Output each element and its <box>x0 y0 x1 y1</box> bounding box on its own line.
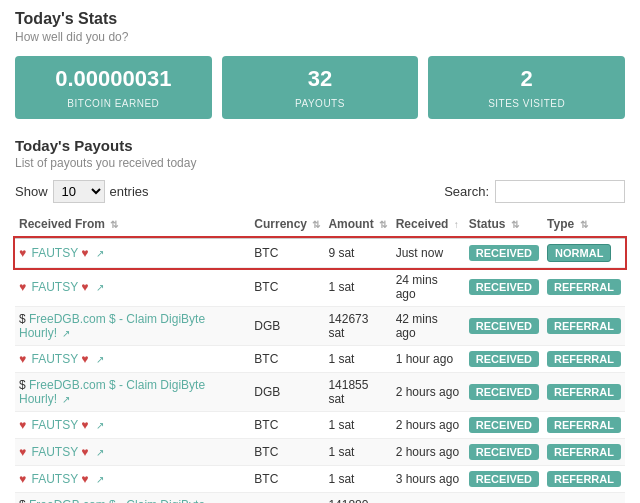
table-row: $ FreeDGB.com $ - Claim DigiByte Hourly!… <box>15 373 625 412</box>
sort-icon-status: ⇅ <box>511 219 519 230</box>
cell-status: RECEIVED <box>465 412 543 439</box>
show-label: Show <box>15 184 48 199</box>
cell-type: REFERRAL <box>543 412 625 439</box>
cell-amount: 1 sat <box>324 268 391 307</box>
external-link-icon: ↗ <box>96 447 104 458</box>
from-link[interactable]: FAUTSY <box>31 246 77 260</box>
heart-icon: ♥ <box>19 352 26 366</box>
cell-from: ♥ FAUTSY ♥ ↗ <box>15 346 250 373</box>
cell-currency: BTC <box>250 346 324 373</box>
cell-amount: 9 sat <box>324 238 391 268</box>
sort-icon-currency: ⇅ <box>312 219 320 230</box>
cell-currency: BTC <box>250 466 324 493</box>
cell-status: RECEIVED <box>465 373 543 412</box>
from-link[interactable]: FAUTSY <box>31 445 77 459</box>
cell-status: RECEIVED <box>465 493 543 504</box>
payouts-section-subtitle: List of payouts you received today <box>15 156 625 170</box>
col-received: Received ↑ <box>392 211 465 238</box>
table-row: ♥ FAUTSY ♥ ↗ BTC 1 sat 2 hours ago RECEI… <box>15 412 625 439</box>
entries-select[interactable]: 10 25 50 100 <box>53 180 105 203</box>
status-badge: RECEIVED <box>469 444 539 460</box>
cell-from: ♥ FAUTSY ♥ ↗ <box>15 466 250 493</box>
table-row: ♥ FAUTSY ♥ ↗ BTC 1 sat 24 mins ago RECEI… <box>15 268 625 307</box>
status-badge: RECEIVED <box>469 245 539 261</box>
sort-icon-received: ↑ <box>454 219 459 230</box>
cell-currency: BTC <box>250 238 324 268</box>
heart-icon: ♥ <box>81 280 88 294</box>
stat-card-payouts: 32 PAYOUTS <box>222 56 419 119</box>
cell-type: REFERRAL <box>543 307 625 346</box>
cell-status: RECEIVED <box>465 307 543 346</box>
cell-type: REFERRAL <box>543 346 625 373</box>
cell-received: 2 hours ago <box>392 373 465 412</box>
status-badge: RECEIVED <box>469 279 539 295</box>
cell-type: NORMAL <box>543 238 625 268</box>
cell-currency: DGB <box>250 373 324 412</box>
cell-currency: DGB <box>250 493 324 504</box>
from-link[interactable]: FAUTSY <box>31 418 77 432</box>
sort-icon-type: ⇅ <box>580 219 588 230</box>
table-row: ♥ FAUTSY ♥ ↗ BTC 1 sat 1 hour ago RECEIV… <box>15 346 625 373</box>
external-link-icon: ↗ <box>96 248 104 259</box>
heart-icon: ♥ <box>81 246 88 260</box>
type-badge: REFERRAL <box>547 279 621 295</box>
type-badge: REFERRAL <box>547 444 621 460</box>
from-link[interactable]: FAUTSY <box>31 280 77 294</box>
col-status: Status ⇅ <box>465 211 543 238</box>
external-link-icon: ↗ <box>62 394 70 405</box>
table-row: ♥ FAUTSY ♥ ↗ BTC 9 sat Just now RECEIVED… <box>15 238 625 268</box>
cell-received: 3 hours ago <box>392 466 465 493</box>
from-link[interactable]: FreeDGB.com $ - Claim DigiByte Hourly! <box>19 378 205 406</box>
stats-row: 0.00000031 BITCOIN EARNED 32 PAYOUTS 2 S… <box>15 56 625 119</box>
table-header-row: Received From ⇅ Currency ⇅ Amount ⇅ Rece… <box>15 211 625 238</box>
page-subtitle: How well did you do? <box>15 30 625 44</box>
cell-from: ♥ FAUTSY ♥ ↗ <box>15 412 250 439</box>
payouts-table: Received From ⇅ Currency ⇅ Amount ⇅ Rece… <box>15 211 625 503</box>
table-row: $ FreeDGB.com $ - Claim DigiByte Hourly!… <box>15 307 625 346</box>
type-badge: REFERRAL <box>547 471 621 487</box>
search-input[interactable] <box>495 180 625 203</box>
heart-icon: ♥ <box>81 445 88 459</box>
cell-received: Just now <box>392 238 465 268</box>
table-row: ♥ FAUTSY ♥ ↗ BTC 1 sat 3 hours ago RECEI… <box>15 466 625 493</box>
cell-from: $ FreeDGB.com $ - Claim DigiByte Hourly!… <box>15 493 250 504</box>
from-link[interactable]: FreeDGB.com $ - Claim DigiByte Hourly! <box>19 498 205 503</box>
stat-card-sites: 2 SITES VISITED <box>428 56 625 119</box>
type-badge: REFERRAL <box>547 417 621 433</box>
status-badge: RECEIVED <box>469 417 539 433</box>
from-link[interactable]: FreeDGB.com $ - Claim DigiByte Hourly! <box>19 312 205 340</box>
cell-amount: 1 sat <box>324 466 391 493</box>
external-link-icon: ↗ <box>96 474 104 485</box>
status-badge: RECEIVED <box>469 351 539 367</box>
cell-received: 2 hours ago <box>392 412 465 439</box>
col-currency: Currency ⇅ <box>250 211 324 238</box>
cell-from: ♥ FAUTSY ♥ ↗ <box>15 238 250 268</box>
type-badge: REFERRAL <box>547 318 621 334</box>
type-badge: REFERRAL <box>547 384 621 400</box>
cell-type: REFERRAL <box>543 373 625 412</box>
cell-status: RECEIVED <box>465 268 543 307</box>
sort-icon-amount: ⇅ <box>379 219 387 230</box>
from-link[interactable]: FAUTSY <box>31 472 77 486</box>
cell-status: RECEIVED <box>465 346 543 373</box>
cell-type: REFERRAL <box>543 493 625 504</box>
table-controls: Show 10 25 50 100 entries Search: <box>15 180 625 203</box>
cell-status: RECEIVED <box>465 238 543 268</box>
cell-type: REFERRAL <box>543 268 625 307</box>
cell-status: RECEIVED <box>465 466 543 493</box>
heart-icon: ♥ <box>19 472 26 486</box>
cell-amount: 142673 sat <box>324 307 391 346</box>
heart-icon: ♥ <box>19 445 26 459</box>
cell-received: 1 hour ago <box>392 346 465 373</box>
cell-amount: 1 sat <box>324 439 391 466</box>
external-link-icon: ↗ <box>96 354 104 365</box>
from-link[interactable]: FAUTSY <box>31 352 77 366</box>
cell-type: REFERRAL <box>543 439 625 466</box>
col-received-from: Received From ⇅ <box>15 211 250 238</box>
status-badge: RECEIVED <box>469 318 539 334</box>
col-amount: Amount ⇅ <box>324 211 391 238</box>
cell-received: 42 mins ago <box>392 307 465 346</box>
stat-label-payouts: PAYOUTS <box>230 98 411 109</box>
page-title: Today's Stats <box>15 10 625 28</box>
heart-icon: ♥ <box>81 418 88 432</box>
